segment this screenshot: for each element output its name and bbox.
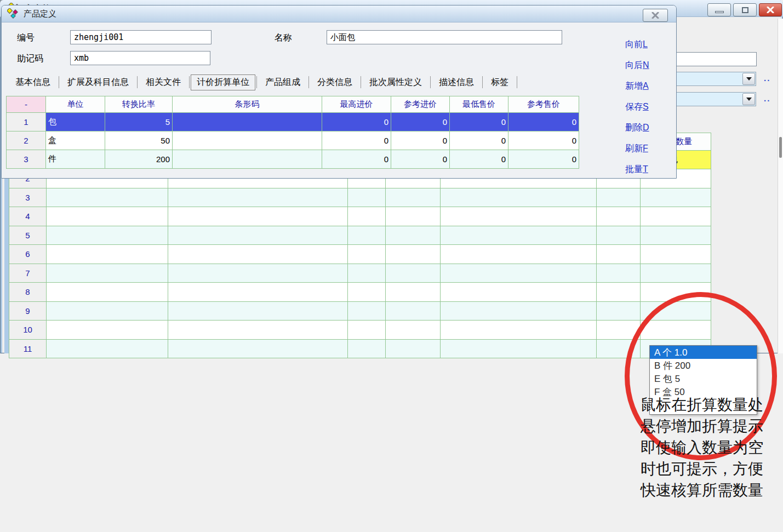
table-row[interactable]: 11 [9,339,711,358]
unit-table: - 单位 转换比率 条形码 最高进价 参考进价 最低售价 参考售价 1 包 5 … [6,96,579,169]
tab-separator [59,76,59,88]
side-button-F[interactable]: 刷新F [625,138,649,159]
customer-lookup-dots[interactable]: .. [764,73,770,83]
tab-8[interactable]: 标签 [484,75,516,90]
ref-purchase-header[interactable]: 参考进价 [391,96,450,113]
table-row[interactable]: 8 [9,283,711,302]
product-side-buttons: 向前L向后N新增A保存S删除D刷新F批量T [625,34,649,180]
minimize-icon [715,11,724,13]
annotation-line: 即使输入数量为空 [641,437,778,458]
unit-table-corner-header[interactable]: - [7,96,46,113]
annotation-text: 鼠标在折算数量处悬停增加折算提示即使输入数量为空时也可提示，方便快速核算所需数量 [641,394,778,501]
close-icon [651,12,659,19]
tab-separator [430,76,431,88]
code-label: 编号 [17,31,35,45]
tab-separator [361,76,361,88]
tab-6[interactable]: 批次属性定义 [362,75,429,90]
tab-0[interactable]: 基本信息 [8,75,58,90]
table-row[interactable]: 9 [9,301,711,321]
annotation-line: 悬停增加折算提示 [641,415,778,437]
ratio-header[interactable]: 转换比率 [105,96,173,113]
tab-1[interactable]: 扩展及科目信息 [60,75,136,90]
annotation-line: 快速核算所需数量 [641,479,778,501]
name-input[interactable]: 小面包 [327,30,562,44]
entry-table-body: 1 zhengji001 小面包 个 60 0 1 盒+2 包 23456789… [9,151,711,358]
side-button-N[interactable]: 向后N [625,55,649,76]
tab-separator [482,76,483,88]
annotation-line: 时也可提示，方便 [641,458,778,479]
side-button-D[interactable]: 删除D [625,117,649,138]
workshop-lookup-dots[interactable]: .. [764,94,770,103]
tab-separator [189,76,190,88]
product-tabs: 基本信息扩展及科目信息相关文件计价折算单位产品组成分类信息批次属性定义描述信息标… [8,73,518,91]
unit-header[interactable]: 单位 [46,96,105,113]
mnemonic-input[interactable]: xmb [70,51,210,65]
table-row[interactable]: 5 [9,226,711,245]
code-input[interactable]: zhengji001 [70,30,212,44]
tab-5[interactable]: 分类信息 [310,75,359,90]
min-sale-header[interactable]: 最低售价 [450,96,508,113]
tab-3[interactable]: 计价折算单位 [191,75,255,90]
mnemonic-label: 助记码 [17,52,43,66]
table-row[interactable]: 4 [9,207,711,226]
tab-separator [137,76,138,88]
tab-separator [517,76,517,88]
screen: 产品定义 编号 zhengji001 名称 小面包 助记码 xmb 基本信息扩展… [0,0,783,532]
chevron-down-icon[interactable] [742,73,755,85]
tab-4[interactable]: 产品组成 [258,75,307,90]
tab-separator [308,76,309,88]
vertical-scrollbar[interactable] [778,19,783,353]
table-row[interactable]: 1 包 5 0 0 0 0 [7,113,579,131]
tab-7[interactable]: 描述信息 [432,75,481,90]
table-row[interactable]: 7 [9,264,711,283]
product-definition-window: 产品定义 编号 zhengji001 名称 小面包 助记码 xmb 基本信息扩展… [1,5,677,179]
side-button-L[interactable]: 向前L [625,34,649,55]
ref-sale-header[interactable]: 参考售价 [508,96,579,113]
product-window-titlebar[interactable]: 产品定义 [2,5,676,22]
maximize-icon [742,7,748,13]
table-row[interactable]: 3 [9,188,711,207]
side-button-T[interactable]: 批量T [625,159,649,180]
side-button-S[interactable]: 保存S [625,96,649,117]
barcode-header[interactable]: 条形码 [173,96,322,113]
name-label: 名称 [275,31,292,45]
chevron-down-icon[interactable] [742,93,755,105]
product-window-title: 产品定义 [24,9,56,19]
minimize-button[interactable] [707,3,731,16]
table-row[interactable]: 2 盒 50 0 0 0 0 [7,131,579,150]
close-button[interactable] [643,9,668,22]
tab-separator [256,76,257,88]
maximize-button[interactable] [733,3,757,16]
max-purchase-header[interactable]: 最高进价 [322,96,391,113]
annotation-line: 鼠标在折算数量处 [641,394,778,415]
scrollbar-thumb[interactable] [779,137,782,158]
table-row[interactable]: 6 [9,245,711,264]
tab-2[interactable]: 相关文件 [139,75,188,90]
table-row[interactable]: 10 [9,321,711,340]
close-button[interactable] [759,3,782,16]
close-icon [767,7,774,13]
side-button-A[interactable]: 新增A [625,76,649,96]
table-row[interactable]: 3 件 200 0 0 0 0 [7,150,579,169]
app-icon [7,8,19,19]
